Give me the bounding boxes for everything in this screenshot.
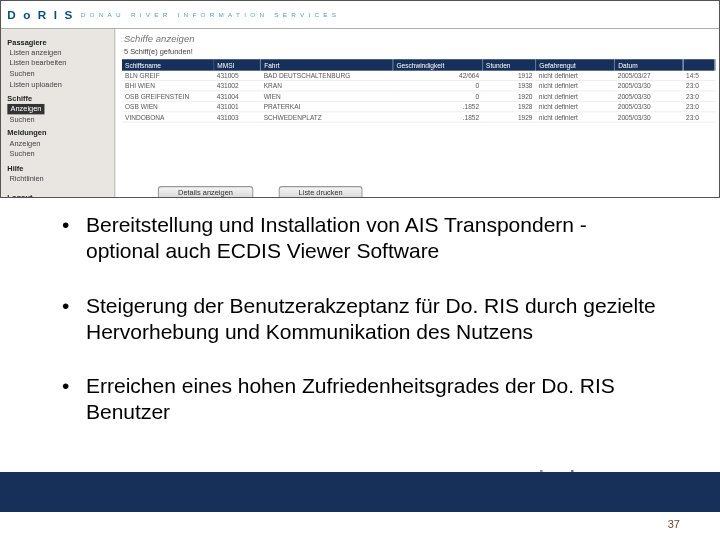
print-button[interactable]: Liste drucken [278,186,362,198]
col-date[interactable]: Datum [615,59,683,70]
cell: 1912 [482,71,535,81]
cell: BAD DEUTSCHALTENBURG [260,71,392,81]
cell: 431003 [214,112,261,122]
cell: 1929 [482,112,535,122]
main-subtitle: 5 Schiff(e) gefunden! [115,48,720,59]
cell: BHI WIEN [122,81,214,91]
col-hazmat[interactable]: Gefahrengut [536,59,615,70]
cell: nicht definiert [536,81,615,91]
cell: VINDOBONA [122,112,214,122]
col-fahrt[interactable]: Fahrt [260,59,392,70]
cell: 2005/03/30 [615,81,683,91]
main-title: Schiffe anzeigen [115,29,720,48]
app-header: D o R I S DONAU RIVER INFORMATION SERVIC… [1,1,720,29]
col-hours[interactable]: Stunden [482,59,535,70]
sb-head-3: Hilfe [7,163,108,174]
app-logo: D o R I S [7,8,74,20]
app-screenshot: D o R I S DONAU RIVER INFORMATION SERVIC… [0,0,720,198]
footer-band [0,472,720,512]
cell: .1852 [393,101,483,111]
cell: 0 [393,81,483,91]
cell: 2005/03/30 [615,91,683,101]
sb-item[interactable]: Listen bearbeiten [7,58,108,69]
bullet-item: Bereitstellung und Installation von AIS … [62,212,658,265]
sb-head-2: Meldungen [7,128,108,139]
cell: 14:5 [683,71,715,81]
table-row[interactable]: VINDOBONA431003SCHWEDENPLATZ.18521929nic… [122,112,715,122]
sb-item[interactable]: Suchen [7,149,108,160]
sb-item[interactable]: Listen uploaden [7,80,108,91]
bullet-item: Steigerung der Benutzerakzeptanz für Do.… [62,293,658,346]
col-time[interactable] [683,59,715,70]
table-row[interactable]: OSB GREIFENSTEIN431004WIEN01920nicht def… [122,91,715,101]
slide: D o R I S DONAU RIVER INFORMATION SERVIC… [0,0,720,540]
col-speed[interactable]: Geschwindigkeit [393,59,483,70]
cell: .1852 [393,112,483,122]
cell: 23:0 [683,91,715,101]
cell: 0 [393,91,483,101]
cell: 1928 [482,101,535,111]
cell: 1938 [482,81,535,91]
cell: 431001 [214,101,261,111]
sb-head-0: Passagiere [7,37,108,48]
sb-item[interactable]: Listen anzeigen [7,48,108,59]
sb-item[interactable]: Suchen [7,114,108,125]
cell: nicht definiert [536,101,615,111]
table-row[interactable]: BLN GREIF431005BAD DEUTSCHALTENBURG42/66… [122,71,715,81]
cell: nicht definiert [536,112,615,122]
cell: OSB GREIFENSTEIN [122,91,214,101]
cell: KRAN [260,81,392,91]
sidebar: Passagiere Listen anzeigen Listen bearbe… [1,29,115,198]
cell: BLN GREIF [122,71,214,81]
table-row[interactable]: BHI WIEN431002KRAN01938nicht definiert20… [122,81,715,91]
cell: 23:0 [683,112,715,122]
cell: 1920 [482,91,535,101]
button-row: Details anzeigen Liste drucken [158,186,363,198]
cell: 23:0 [683,81,715,91]
col-name[interactable]: Schiffsname [122,59,214,70]
col-mmsi[interactable]: MMSI [214,59,261,70]
sb-logout[interactable]: Logout [7,192,108,198]
cell: 23:0 [683,101,715,111]
sb-item[interactable]: Anzeigen [7,139,108,150]
table-row[interactable]: OSB WIEN431001PRATERKAI.18521928nicht de… [122,101,715,111]
cell: nicht definiert [536,71,615,81]
app-logo-sub: DONAU RIVER INFORMATION SERVICES [81,11,340,17]
cell: PRATERKAI [260,101,392,111]
cell: 431004 [214,91,261,101]
cell: SCHWEDENPLATZ [260,112,392,122]
sb-item[interactable]: Suchen [7,69,108,80]
cell: 2005/03/30 [615,101,683,111]
cell: nicht definiert [536,91,615,101]
sb-item-selected[interactable]: Anzeigen [7,104,44,115]
cell: 2005/03/30 [615,112,683,122]
bullet-item: Erreichen eines hohen Zufriedenheitsgrad… [62,373,658,426]
table-header-row: Schiffsname MMSI Fahrt Geschwindigkeit S… [122,59,715,70]
sb-head-1: Schiffe [7,93,108,104]
details-button[interactable]: Details anzeigen [158,186,253,198]
ships-table: Schiffsname MMSI Fahrt Geschwindigkeit S… [122,59,716,122]
main-panel: Schiffe anzeigen 5 Schiff(e) gefunden! S… [115,29,720,198]
cell: 42/664 [393,71,483,81]
bullet-block: Bereitstellung und Installation von AIS … [62,212,658,454]
cell: OSB WIEN [122,101,214,111]
cell: WIEN [260,91,392,101]
cell: 2005/03/27 [615,71,683,81]
sb-item[interactable]: Richtlinien [7,173,108,184]
page-number: 37 [668,518,680,530]
cell: 431002 [214,81,261,91]
cell: 431005 [214,71,261,81]
